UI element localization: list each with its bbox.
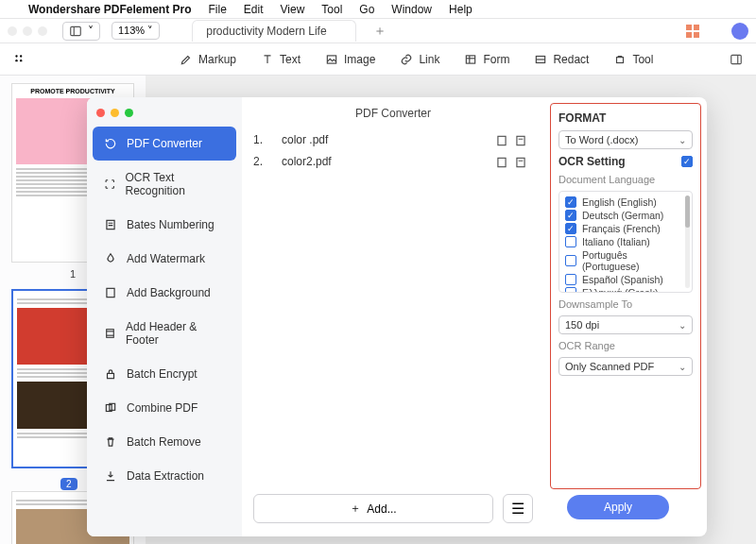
text-button[interactable]: Text — [261, 53, 301, 66]
sidebar-item-bates[interactable]: Bates Numbering — [93, 208, 236, 242]
lang-item[interactable]: Português (Portuguese) — [561, 248, 690, 273]
menu-view[interactable]: View — [281, 3, 305, 16]
checkbox-icon[interactable]: ✓ — [565, 210, 576, 221]
add-file-button[interactable]: ＋Add... — [253, 494, 493, 523]
page-range-icon[interactable] — [495, 155, 514, 169]
zoom-select[interactable]: 113% ˅ — [112, 22, 160, 40]
lang-item[interactable]: ✓English (English) — [561, 196, 690, 209]
svg-rect-6 — [327, 55, 335, 62]
app-name[interactable]: Wondershare PDFelement Pro — [28, 3, 192, 16]
downsample-select[interactable]: 150 dpi⌄ — [558, 315, 693, 334]
format-select[interactable]: To Word (.docx)⌄ — [558, 130, 693, 149]
svg-rect-7 — [467, 55, 475, 62]
grid-icon[interactable] — [13, 53, 26, 66]
window-controls[interactable] — [8, 26, 47, 36]
sidebar-item-background[interactable]: Add Background — [93, 276, 236, 310]
sidebar-item-header-footer[interactable]: Add Header & Footer — [93, 310, 236, 357]
modal-sidebar: PDF Converter OCR Text Recognition Bates… — [87, 97, 242, 536]
file-row[interactable]: 2. color2.pdf — [253, 151, 533, 173]
sidebar-item-ocr[interactable]: OCR Text Recognition — [93, 161, 236, 208]
lang-item[interactable]: Italiano (Italian) — [561, 235, 690, 248]
svg-point-3 — [20, 55, 22, 57]
svg-rect-0 — [71, 26, 81, 35]
window-chrome: ˅ 113% ˅ productivity Modern Life ＋ — [0, 19, 756, 43]
modal-title: PDF Converter — [242, 97, 544, 129]
list-menu-button[interactable]: ☰ — [503, 494, 533, 523]
modal-window-controls[interactable] — [87, 105, 242, 127]
link-button[interactable]: Link — [400, 53, 439, 66]
thumb-title: PROMOTE PRODUCTIVITY — [16, 88, 129, 94]
markup-button[interactable]: Markup — [180, 53, 236, 66]
lang-item[interactable]: Español (Spanish) — [561, 273, 690, 286]
plus-icon: ＋ — [350, 501, 361, 517]
svg-rect-25 — [498, 136, 506, 144]
redact-button[interactable]: Redact — [534, 53, 589, 66]
file-row[interactable]: 1. color .pdf — [253, 129, 533, 151]
menu-tool[interactable]: Tool — [321, 3, 342, 16]
menu-go[interactable]: Go — [359, 3, 374, 16]
sidebar-item-pdf-converter[interactable]: PDF Converter — [93, 127, 236, 161]
format-panel: FORMAT To Word (.docx)⌄ OCR Setting ✓ Do… — [550, 103, 701, 489]
chevron-down-icon: ⌄ — [679, 320, 686, 331]
svg-point-5 — [20, 60, 22, 61]
page-number-badge: 2 — [60, 478, 77, 490]
page-range-icon[interactable] — [495, 133, 514, 147]
settings-icon[interactable] — [514, 155, 533, 169]
checkbox-icon[interactable] — [565, 236, 576, 247]
menu-edit[interactable]: Edit — [244, 3, 264, 16]
pdf-converter-modal: PDF Converter OCR Text Recognition Bates… — [87, 97, 707, 536]
language-list[interactable]: ✓English (English) ✓Deutsch (German) ✓Fr… — [558, 191, 693, 293]
ocr-title: OCR Setting — [558, 155, 626, 168]
svg-point-2 — [15, 55, 17, 57]
apps-icon[interactable] — [686, 25, 699, 38]
checkbox-icon[interactable] — [565, 287, 576, 293]
downsample-label: Downsample To — [558, 298, 693, 310]
menu-window[interactable]: Window — [391, 3, 432, 16]
panel-icon[interactable] — [730, 53, 743, 66]
ocr-range-select[interactable]: Only Scanned PDF⌄ — [558, 357, 693, 376]
svg-rect-29 — [517, 158, 524, 166]
menu-help[interactable]: Help — [449, 3, 472, 16]
file-list: 1. color .pdf 2. color2.pdf — [242, 129, 544, 486]
sidebar-item-combine[interactable]: Combine PDF — [93, 391, 236, 425]
scrollbar-thumb[interactable] — [685, 196, 690, 228]
svg-rect-26 — [517, 136, 524, 144]
image-button[interactable]: Image — [325, 53, 375, 66]
tool-button[interactable]: Tool — [613, 53, 653, 66]
menu-file[interactable]: File — [209, 3, 227, 16]
ocr-range-label: OCR Range — [558, 340, 693, 351]
sidebar-toggle-button[interactable]: ˅ — [62, 22, 100, 41]
chevron-down-icon: ⌄ — [679, 135, 686, 145]
modal-center: PDF Converter 1. color .pdf 2. color2.pd… — [242, 97, 544, 536]
new-tab-button[interactable]: ＋ — [373, 23, 387, 40]
sidebar-item-batch-remove[interactable]: Batch Remove — [93, 425, 236, 459]
account-avatar[interactable] — [731, 23, 748, 40]
doc-language-label: Document Language — [558, 174, 693, 185]
lang-item[interactable]: ✓Deutsch (German) — [561, 209, 690, 222]
svg-rect-12 — [617, 57, 624, 62]
svg-rect-22 — [108, 373, 114, 378]
settings-icon[interactable] — [514, 133, 533, 147]
chevron-down-icon: ˅ — [88, 25, 94, 38]
checkbox-icon[interactable]: ✓ — [565, 196, 576, 208]
lang-item[interactable]: ✓Français (French) — [561, 222, 690, 235]
document-tab[interactable]: productivity Modern Life — [192, 20, 355, 42]
checkbox-icon[interactable] — [565, 274, 576, 285]
svg-point-4 — [15, 60, 17, 61]
checkbox-icon[interactable]: ✓ — [565, 223, 576, 234]
svg-rect-28 — [498, 158, 506, 166]
format-title: FORMAT — [558, 111, 693, 125]
checkbox-icon[interactable] — [565, 255, 576, 266]
sidebar-item-watermark[interactable]: Add Watermark — [93, 242, 236, 276]
apply-button[interactable]: Apply — [567, 495, 669, 519]
main-toolbar: Markup Text Image Link Form Redact Tool — [0, 43, 756, 76]
sidebar-item-data-extraction[interactable]: Data Extraction — [93, 459, 236, 493]
ocr-toggle[interactable]: ✓ — [681, 156, 693, 167]
form-button[interactable]: Form — [464, 53, 509, 66]
svg-rect-18 — [107, 288, 114, 297]
sidebar-item-encrypt[interactable]: Batch Encrypt — [93, 357, 236, 391]
svg-rect-19 — [107, 330, 114, 338]
chevron-down-icon: ⌄ — [679, 362, 686, 372]
lang-item[interactable]: Ελληνικά (Greek) — [561, 286, 690, 293]
svg-rect-13 — [731, 55, 742, 63]
